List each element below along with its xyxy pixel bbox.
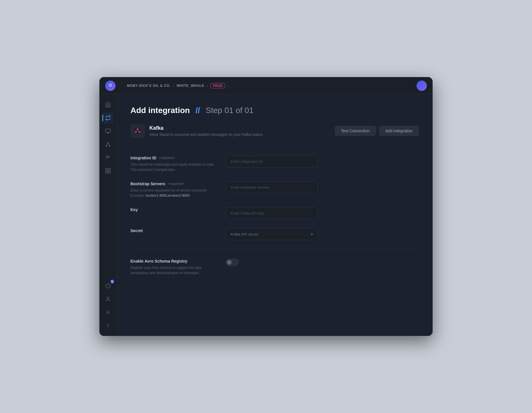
svg-line-8 bbox=[106, 143, 108, 146]
key-input[interactable] bbox=[226, 207, 318, 219]
svg-point-6 bbox=[106, 146, 107, 146]
svg-point-5 bbox=[107, 142, 108, 143]
field-bootstrap-servers-label: Bootstrap Servers <required> bbox=[130, 181, 217, 186]
section-divider-2 bbox=[130, 249, 419, 250]
sidebar-item-settings[interactable] bbox=[102, 307, 114, 318]
field-bootstrap-servers: Bootstrap Servers <required> Enter a com… bbox=[130, 181, 419, 198]
field-avro: Enable Avro Schema Registry Register you… bbox=[130, 259, 419, 276]
integration-text: Kafka Allow Squid to consume and publish… bbox=[149, 125, 263, 137]
sidebar-item-monitor[interactable] bbox=[102, 125, 114, 137]
field-avro-label: Enable Avro Schema Registry bbox=[130, 259, 217, 263]
topbar: MOBY DICK'S OIL & CO. › WHITE_WHALE › pr… bbox=[99, 77, 433, 94]
breadcrumb-company: MOBY DICK'S OIL & CO. bbox=[127, 84, 171, 88]
add-integration-button[interactable]: Add Integration bbox=[379, 126, 419, 136]
field-key-label-col: Key bbox=[130, 207, 217, 214]
svg-point-24 bbox=[135, 131, 137, 133]
field-bootstrap-servers-input-col bbox=[226, 181, 419, 193]
sidebar-item-topology[interactable] bbox=[102, 139, 114, 150]
secret-select[interactable]: Kafka API secret bbox=[226, 228, 318, 240]
svg-point-1 bbox=[109, 84, 111, 86]
breadcrumb-sep-2: › bbox=[207, 83, 208, 88]
integration-info: Kafka Allow Squid to consume and publish… bbox=[130, 124, 263, 138]
breadcrumb-project: WHITE_WHALE bbox=[177, 84, 204, 88]
title-divider: // bbox=[196, 106, 200, 115]
content-area: Add integration // Step 01 of 01 bbox=[117, 94, 433, 336]
secret-select-wrapper: Kafka API secret ▼ bbox=[226, 228, 318, 240]
kafka-icon bbox=[130, 124, 145, 138]
sidebar-item-home[interactable] bbox=[102, 99, 114, 110]
field-secret-input-col: Kafka API secret ▼ bbox=[226, 228, 419, 240]
topbar-left: MOBY DICK'S OIL & CO. › WHITE_WHALE › pr… bbox=[105, 81, 229, 91]
sidebar-item-analytics[interactable] bbox=[102, 165, 114, 177]
page-title: Add integration // Step 01 of 01 bbox=[130, 106, 419, 115]
sidebar-item-logout[interactable] bbox=[102, 320, 114, 331]
svg-rect-13 bbox=[105, 169, 107, 171]
breadcrumb-sep-3: › bbox=[228, 83, 229, 88]
sidebar-item-docs[interactable] bbox=[102, 152, 114, 163]
notification-badge-count: 5 bbox=[110, 279, 115, 284]
integration-id-input[interactable] bbox=[226, 156, 318, 167]
svg-point-23 bbox=[137, 128, 138, 130]
field-integration-id-required: <required> bbox=[159, 156, 175, 160]
svg-point-20 bbox=[107, 297, 109, 299]
integration-name: Kafka bbox=[149, 125, 263, 131]
field-avro-label-col: Enable Avro Schema Registry Register you… bbox=[130, 259, 217, 276]
app-window: MOBY DICK'S OIL & CO. › WHITE_WHALE › pr… bbox=[99, 77, 433, 336]
field-integration-id-label: Integration ID <required> bbox=[130, 156, 217, 160]
breadcrumb-env[interactable]: prod bbox=[210, 83, 225, 88]
field-key-input-col bbox=[226, 207, 419, 219]
main-layout: 5 bbox=[99, 94, 433, 336]
field-secret-label-col: Secret bbox=[130, 228, 217, 235]
field-avro-desc: Register your Avro schema to support the… bbox=[130, 265, 217, 276]
field-avro-input-col bbox=[226, 259, 419, 266]
integration-description: Allow Squid to consume and publish messa… bbox=[149, 132, 263, 137]
test-connection-button[interactable]: Test Connection bbox=[335, 126, 376, 136]
page-title-text: Add integration bbox=[130, 106, 190, 115]
svg-rect-2 bbox=[105, 129, 110, 133]
sidebar-nav bbox=[102, 99, 114, 280]
field-integration-id-label-col: Integration ID <required> This should be… bbox=[130, 156, 217, 172]
field-bootstrap-servers-desc: Enter a comma separated list of servers … bbox=[130, 188, 217, 198]
svg-point-25 bbox=[138, 131, 140, 133]
field-integration-id: Integration ID <required> This should be… bbox=[130, 156, 419, 172]
bootstrap-servers-input[interactable] bbox=[226, 181, 318, 193]
svg-line-9 bbox=[108, 143, 110, 146]
breadcrumb: MOBY DICK'S OIL & CO. › WHITE_WHALE › pr… bbox=[127, 83, 229, 88]
field-key-label: Key bbox=[130, 207, 217, 212]
field-secret: Secret Kafka API secret ▼ bbox=[130, 228, 419, 240]
section-divider-1 bbox=[130, 146, 419, 146]
sidebar-item-notifications[interactable]: 5 bbox=[102, 280, 114, 292]
page-step: Step 01 of 01 bbox=[206, 106, 254, 115]
sidebar-bottom: 5 bbox=[102, 280, 114, 331]
field-integration-id-desc: This should be meaningful and easily rea… bbox=[130, 162, 217, 172]
field-bootstrap-servers-required: <required> bbox=[167, 182, 184, 186]
app-logo bbox=[105, 81, 115, 91]
field-bootstrap-example: broker1:9092,broker2:9093 bbox=[146, 194, 190, 198]
header-buttons: Test Connection Add Integration bbox=[335, 126, 419, 136]
svg-rect-15 bbox=[105, 171, 107, 173]
field-bootstrap-servers-label-col: Bootstrap Servers <required> Enter a com… bbox=[130, 181, 217, 198]
svg-point-22 bbox=[134, 127, 141, 135]
sidebar: 5 bbox=[99, 94, 117, 336]
field-secret-label: Secret bbox=[130, 228, 217, 233]
sidebar-item-user[interactable] bbox=[102, 293, 114, 305]
field-integration-id-input-col bbox=[226, 156, 419, 167]
svg-point-21 bbox=[107, 312, 109, 313]
breadcrumb-sep-1: › bbox=[173, 83, 174, 88]
sidebar-item-integrations[interactable] bbox=[102, 112, 114, 124]
svg-rect-14 bbox=[108, 169, 110, 171]
svg-rect-16 bbox=[108, 171, 110, 173]
integration-header: Kafka Allow Squid to consume and publish… bbox=[130, 124, 419, 138]
user-avatar[interactable] bbox=[417, 81, 427, 91]
svg-point-7 bbox=[109, 146, 110, 146]
avro-toggle[interactable] bbox=[226, 259, 238, 266]
field-key: Key bbox=[130, 207, 419, 219]
